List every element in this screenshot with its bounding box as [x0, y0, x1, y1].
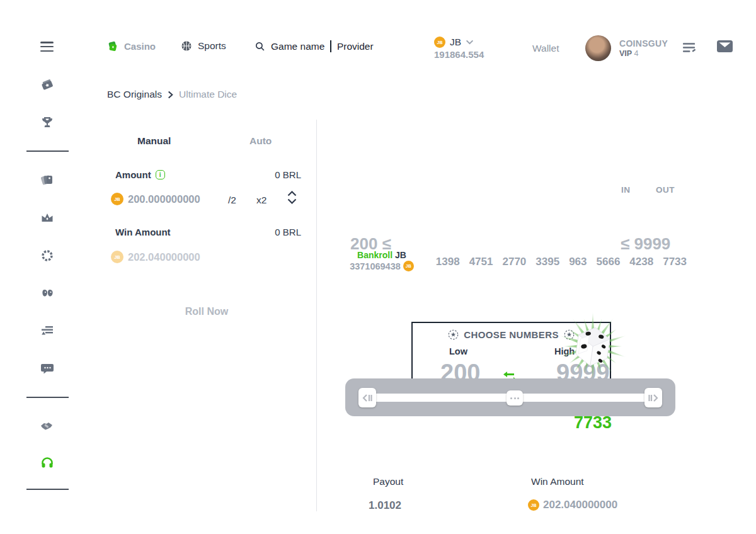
tab-manual[interactable]: Manual	[137, 135, 171, 147]
slider-handle-mid[interactable]	[507, 390, 523, 406]
balance-currency: JB	[450, 37, 461, 48]
balance-selector[interactable]: JB JB	[434, 37, 474, 48]
history-item[interactable]: 4238	[629, 256, 653, 268]
vip-badge: VIP 4	[619, 49, 638, 58]
win-amount-fiat: 0 BRL	[275, 227, 301, 237]
amount-label: Amount	[115, 169, 151, 180]
nav-casino[interactable]: Casino	[106, 40, 156, 53]
win-amount-display: JB 202.040000000	[111, 251, 200, 263]
menu-icon[interactable]	[40, 42, 54, 52]
slider-handle-high[interactable]	[644, 388, 662, 407]
search-icon	[255, 41, 265, 52]
amount-stepper[interactable]	[287, 191, 297, 204]
breadcrumb-parent[interactable]: BC Originals	[107, 89, 162, 100]
tickets-icon[interactable]	[40, 77, 55, 93]
range-max: ≤ 9999	[621, 234, 670, 254]
out-toggle[interactable]: OUT	[656, 185, 675, 195]
history-item[interactable]: 4751	[469, 256, 493, 268]
nav-sports[interactable]: Sports	[180, 40, 226, 52]
amount-input[interactable]: JB 200.000000000	[111, 193, 200, 205]
wallet-button[interactable]: Wallet	[532, 43, 559, 54]
casino-icon	[106, 40, 119, 53]
chevron-right-icon	[168, 91, 173, 99]
breadcrumb-current: Ultimate Dice	[179, 89, 237, 100]
chevron-up-icon[interactable]	[287, 191, 297, 196]
coin-icon: JB	[403, 261, 414, 271]
star-circle-icon	[448, 329, 459, 340]
info-icon[interactable]: i	[156, 170, 165, 179]
amount-fiat: 0 BRL	[275, 169, 301, 180]
search-cursor	[330, 40, 331, 52]
game-panel: Manual Auto Amount i 0 BRL JB 200.000000…	[0, 120, 756, 511]
history-item[interactable]: 963	[569, 256, 587, 268]
coin-icon: JB	[528, 499, 539, 511]
win-amount-display: JB 202.040000000	[528, 499, 617, 511]
history-item[interactable]: 7733	[663, 256, 687, 268]
panel-divider	[316, 120, 317, 511]
history-item[interactable]: 3395	[536, 256, 559, 268]
slider-handle-low[interactable]	[358, 388, 376, 407]
avatar[interactable]	[585, 35, 611, 61]
search-placeholder-game: Game name	[271, 41, 324, 52]
tab-auto[interactable]: Auto	[249, 135, 272, 147]
low-label: Low	[449, 346, 467, 356]
half-bet-button[interactable]: /2	[228, 195, 236, 206]
chevron-down-icon	[466, 40, 474, 45]
win-amount-value: 202.040000000	[543, 499, 617, 511]
roll-history: 1398 4751 2770 3395 963 5666 4238 7733	[436, 256, 687, 268]
range-min: 200 ≤	[350, 234, 391, 254]
win-amount-label: Win Amount	[531, 476, 584, 487]
search-input[interactable]: Game name Provider	[255, 40, 374, 52]
username: COINSGUY	[619, 38, 668, 48]
dice-icon	[554, 307, 632, 388]
amount-value: 200.000000000	[128, 193, 200, 205]
coin-icon: JB	[434, 37, 445, 48]
bankroll-currency: JB	[395, 250, 406, 260]
win-amount-value: 202.040000000	[128, 251, 200, 263]
payout-value: 1.0102	[369, 499, 401, 511]
coin-icon: JB	[111, 193, 123, 205]
win-amount-label: Win Amount	[115, 227, 171, 237]
mail-icon[interactable]	[717, 40, 733, 55]
in-toggle[interactable]: IN	[621, 185, 631, 195]
coin-icon: JB	[111, 251, 123, 263]
app-window: Casino Sports Game name Provider JB JB 1…	[0, 0, 756, 534]
history-item[interactable]: 1398	[436, 256, 460, 268]
double-bet-button[interactable]: x2	[256, 195, 266, 206]
balance-amount: 191864.554	[434, 49, 484, 60]
nav-sports-label: Sports	[198, 40, 226, 52]
history-item[interactable]: 2770	[502, 256, 526, 268]
bankroll-value: 3371069438	[350, 261, 401, 271]
payout-label: Payout	[373, 476, 403, 487]
chevron-down-icon[interactable]	[287, 198, 297, 204]
search-placeholder-provider: Provider	[337, 41, 374, 52]
nav-casino-label: Casino	[124, 41, 156, 52]
range-slider	[345, 378, 675, 416]
roll-now-button[interactable]: Roll Now	[107, 306, 306, 317]
basketball-icon	[180, 40, 193, 52]
history-item[interactable]: 5666	[597, 256, 621, 268]
list-icon[interactable]	[683, 42, 696, 56]
breadcrumb: BC Originals Ultimate Dice	[107, 89, 237, 100]
